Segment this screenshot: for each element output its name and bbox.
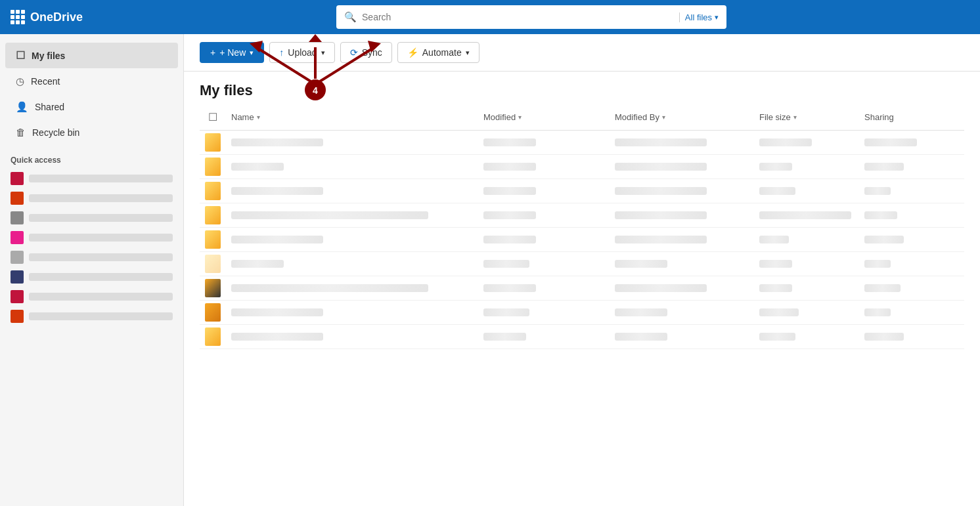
sync-button[interactable]: ⟳ Sync (340, 42, 392, 63)
qa-item-label (29, 273, 173, 281)
modified-by-cell (610, 306, 754, 319)
list-item[interactable] (5, 169, 178, 188)
header-modified[interactable]: Modified ▾ (478, 110, 610, 125)
qa-color-swatch (11, 231, 24, 244)
modified-cell (478, 136, 610, 149)
app-logo: OneDrive (11, 10, 83, 24)
file-icon-cell (200, 158, 226, 176)
search-input[interactable] (362, 12, 674, 22)
header-modified-by[interactable]: Modified By ▾ (610, 110, 754, 125)
header-checkbox-cell[interactable]: ☐ (200, 111, 226, 123)
sharing-cell (859, 160, 964, 173)
file-size-sort-icon: ▾ (793, 114, 797, 121)
upload-label: Upload (288, 47, 317, 58)
qa-color-swatch (11, 290, 24, 303)
sidebar-item-my-files[interactable]: ☐ My files (5, 43, 178, 68)
sidebar-label-shared: Shared (35, 102, 64, 112)
table-row[interactable] (200, 131, 964, 155)
modified-cell (478, 184, 610, 198)
quick-access-list (0, 169, 183, 501)
quick-access-title: Quick access (0, 148, 183, 169)
header-sharing[interactable]: Sharing (859, 110, 964, 125)
plus-icon: + (210, 47, 215, 58)
table-row[interactable] (200, 252, 964, 276)
new-chevron-icon: ▾ (250, 49, 254, 57)
modified-cell (478, 306, 610, 319)
new-button[interactable]: + + New ▾ (200, 42, 264, 63)
qa-item-label (29, 175, 173, 182)
search-bar: 🔍 All files ▾ (336, 5, 726, 29)
new-button-label: + New (219, 47, 246, 58)
main-content: + + New ▾ ↑ Upload ▾ ⟳ Sync ⚡ Automate ▾ (184, 34, 980, 506)
table-row[interactable] (200, 179, 964, 203)
file-name-cell (226, 306, 478, 319)
table-row[interactable] (200, 155, 964, 179)
file-name-cell (226, 282, 478, 295)
file-table: ☐ Name ▾ Modified ▾ Modified By ▾ File s… (184, 104, 980, 506)
list-item[interactable] (5, 247, 178, 267)
table-row[interactable] (200, 301, 964, 325)
table-row[interactable] (200, 228, 964, 252)
sidebar-item-recent[interactable]: ◷ Recent (5, 69, 178, 94)
modified-by-cell (610, 257, 754, 270)
header-file-size[interactable]: File size ▾ (754, 110, 859, 125)
list-item[interactable] (5, 267, 178, 287)
shared-icon: 👤 (16, 101, 28, 113)
file-size-cell (754, 330, 859, 343)
search-icon: 🔍 (344, 11, 357, 23)
header-name[interactable]: Name ▾ (226, 110, 478, 125)
sidebar-item-shared[interactable]: 👤 Shared (5, 95, 178, 119)
qa-item-label (29, 312, 173, 320)
upload-button[interactable]: ↑ Upload ▾ (269, 42, 334, 63)
recent-icon: ◷ (16, 75, 24, 87)
file-size-cell (754, 136, 859, 149)
modified-cell (478, 233, 610, 246)
qa-color-swatch (11, 310, 24, 323)
sharing-cell (859, 257, 964, 270)
file-name-cell (226, 233, 478, 246)
list-item[interactable] (5, 188, 178, 208)
modified-by-cell (610, 184, 754, 198)
svg-marker-5 (309, 34, 322, 42)
search-scope[interactable]: All files ▾ (679, 12, 719, 22)
automate-label: Automate (422, 47, 462, 58)
modified-cell (478, 257, 610, 270)
sidebar-label-recycle-bin: Recycle bin (32, 127, 79, 138)
file-icon-cell (200, 303, 226, 322)
file-icon (205, 255, 221, 273)
name-sort-icon: ▾ (257, 114, 260, 121)
file-header-icon: ☐ (208, 111, 217, 123)
modified-by-cell (610, 233, 754, 246)
table-row[interactable] (200, 325, 964, 349)
qa-item-label (29, 293, 173, 301)
list-item[interactable] (5, 287, 178, 306)
table-header: ☐ Name ▾ Modified ▾ Modified By ▾ File s… (200, 104, 964, 131)
table-row[interactable] (200, 203, 964, 228)
automate-chevron-icon: ▾ (466, 49, 470, 57)
qa-color-swatch (11, 251, 24, 264)
sidebar-label-recent: Recent (31, 76, 60, 87)
list-item[interactable] (5, 228, 178, 247)
modified-sort-icon: ▾ (518, 114, 522, 121)
sidebar-label-my-files: My files (32, 51, 65, 61)
file-icon (205, 158, 221, 176)
page-title: My files (184, 72, 980, 104)
qa-color-swatch (11, 270, 24, 284)
sharing-cell (859, 330, 964, 343)
list-item[interactable] (5, 306, 178, 326)
waffle-icon[interactable] (11, 10, 25, 24)
sidebar-item-recycle-bin[interactable]: 🗑 Recycle bin (5, 120, 178, 144)
modified-cell (478, 330, 610, 343)
file-name-cell (226, 330, 478, 343)
file-size-cell (754, 160, 859, 173)
file-icon (205, 303, 221, 322)
file-size-cell (754, 306, 859, 319)
table-row[interactable] (200, 276, 964, 301)
list-item[interactable] (5, 208, 178, 228)
automate-button[interactable]: ⚡ Automate ▾ (397, 42, 479, 63)
sharing-cell (859, 306, 964, 319)
file-size-cell (754, 184, 859, 198)
sharing-cell (859, 184, 964, 198)
recycle-bin-icon: 🗑 (16, 127, 26, 138)
modified-by-cell (610, 330, 754, 343)
